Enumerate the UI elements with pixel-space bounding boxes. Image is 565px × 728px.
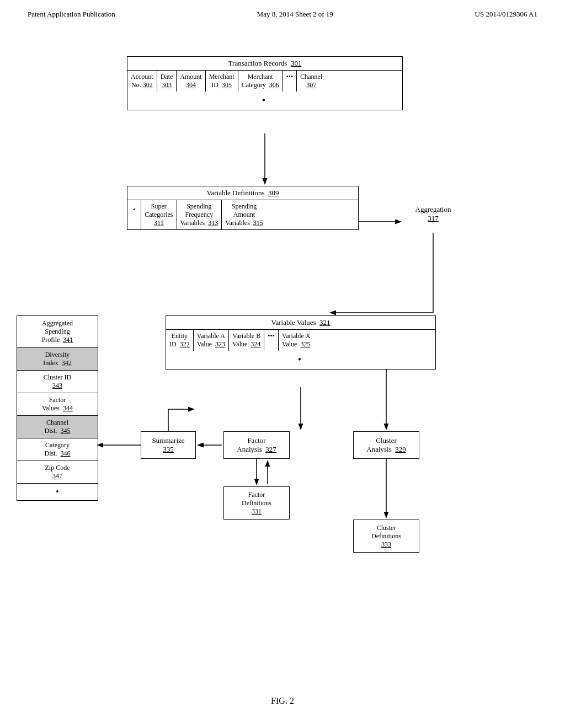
- summarize-label: Summarize335: [152, 436, 184, 454]
- trans-col-amount: Amount304: [177, 71, 205, 92]
- trans-dots: •: [127, 92, 402, 110]
- trans-box-title: Transaction Records 301: [127, 57, 402, 70]
- cluster-analysis-label: ClusterAnalysis 329: [366, 436, 406, 454]
- header-left: Patent Application Publication: [28, 10, 115, 19]
- aggsp-cluster-id: Cluster ID343: [17, 371, 98, 393]
- trans-col-channel: Channel307: [297, 71, 326, 92]
- trans-col-date: Date303: [157, 71, 177, 92]
- summarize-box: Summarize335: [141, 431, 196, 459]
- vardef-col-super: SuperCategories311: [141, 200, 177, 229]
- factor-analysis-box: FactorAnalysis 327: [223, 431, 290, 459]
- variable-definitions-box: Variable Definitions 309 • SuperCategori…: [127, 186, 359, 230]
- trans-col-account: AccountNo. 302: [127, 71, 157, 92]
- aggsp-category-dist: CategoryDist. 346: [17, 438, 98, 461]
- trans-ref: 301: [291, 59, 302, 67]
- trans-col-merchant-cat: MerchantCategory 306: [238, 71, 283, 92]
- varval-col-dots: •••: [264, 330, 279, 351]
- varval-dots: •: [166, 351, 435, 369]
- factor-definitions-box: FactorDefinitions331: [223, 486, 290, 520]
- factor-definitions-label: FactorDefinitions331: [242, 491, 271, 516]
- diagram-area: Transaction Records 301 AccountNo. 302 D…: [0, 23, 565, 685]
- aggsp-title: AggregatedSpendingProfile 341: [17, 316, 98, 348]
- aggregated-spending-profile-box: AggregatedSpendingProfile 341 DiversityI…: [17, 315, 98, 501]
- aggsp-more-dots: •: [17, 484, 98, 500]
- transaction-records-box: Transaction Records 301 AccountNo. 302 D…: [127, 56, 403, 110]
- header-right: US 2014/0129306 A1: [475, 10, 537, 19]
- vardef-col-dot: •: [127, 200, 141, 229]
- factor-analysis-label: FactorAnalysis 327: [237, 436, 276, 454]
- varval-col-varb: Variable BValue 324: [229, 330, 264, 351]
- aggregation-label: Aggregation317: [403, 205, 463, 223]
- trans-col-merchant-id: MerchantID 305: [206, 71, 238, 92]
- header-middle: May 8, 2014 Sheet 2 of 19: [257, 10, 333, 19]
- vardef-ref: 309: [268, 189, 279, 197]
- aggsp-diversity-index: DiversityIndex 342: [17, 348, 98, 371]
- variable-values-box: Variable Values 321 EntityID 322 Variabl…: [166, 315, 436, 370]
- vardef-title: Variable Definitions 309: [127, 186, 358, 200]
- varval-table: EntityID 322 Variable AValue 323 Variabl…: [166, 329, 435, 351]
- vardef-table: • SuperCategories311 SpendingFrequencyVa…: [127, 200, 358, 229]
- vardef-col-amount: SpendingAmountVariables 315: [222, 200, 266, 229]
- cluster-definitions-label: ClusterDefinitions333: [371, 524, 401, 549]
- varval-col-entity: EntityID 322: [166, 330, 194, 351]
- varval-col-vara: Variable AValue 323: [194, 330, 229, 351]
- fig-caption: FIG. 2: [0, 696, 565, 717]
- aggsp-channel-dist: ChannelDist. 345: [17, 416, 98, 438]
- cluster-analysis-box: ClusterAnalysis 329: [353, 431, 419, 459]
- varval-ref: 321: [319, 318, 331, 326]
- page-header: Patent Application Publication May 8, 20…: [0, 0, 565, 23]
- cluster-definitions-box: ClusterDefinitions333: [353, 520, 419, 553]
- varval-col-varx: Variable XValue 325: [279, 330, 314, 351]
- trans-table: AccountNo. 302 Date303 Amount304 Merchan…: [127, 70, 402, 92]
- vardef-col-freq: SpendingFrequencyVariables 313: [177, 200, 222, 229]
- trans-col-dots: •••: [283, 71, 297, 92]
- varval-title: Variable Values 321: [166, 316, 435, 329]
- aggsp-factor-values: FactorValues 344: [17, 393, 98, 416]
- aggsp-zip-code: Zip Code347: [17, 461, 98, 484]
